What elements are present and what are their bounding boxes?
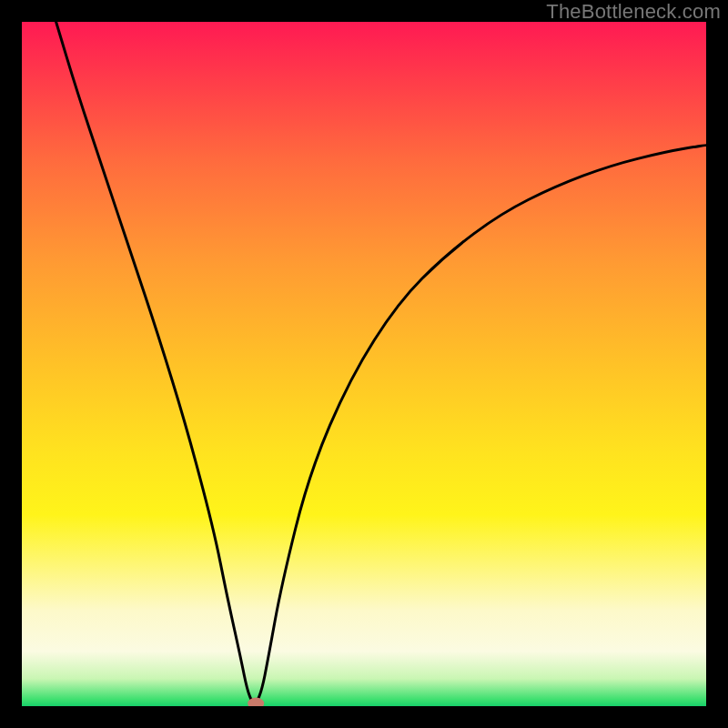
attribution-label: TheBottleneck.com: [546, 0, 721, 24]
chart-frame: TheBottleneck.com: [0, 0, 728, 728]
gradient-plot-area: [22, 22, 706, 706]
